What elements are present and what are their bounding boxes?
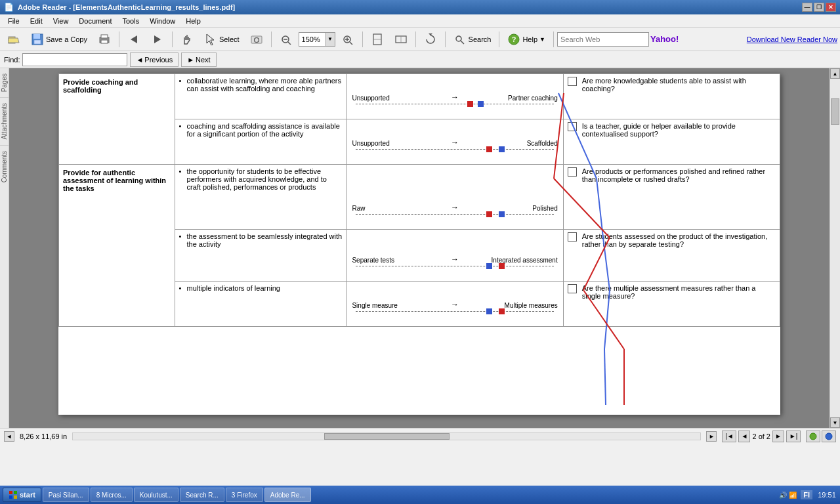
taskbar-item-4[interactable]: Search R... xyxy=(180,488,224,502)
first-page-btn[interactable]: |◄ xyxy=(722,430,736,442)
back-button[interactable] xyxy=(123,30,145,49)
help-button[interactable]: ? Help ▼ xyxy=(503,30,550,49)
menu-help[interactable]: Help xyxy=(180,16,206,26)
fit-width-button[interactable] xyxy=(390,30,412,49)
snapshot-button[interactable] xyxy=(245,30,268,49)
last-page-btn[interactable]: ►| xyxy=(786,430,801,442)
zoom-dropdown-arrow[interactable]: ▼ xyxy=(326,33,335,46)
red-marker-1 xyxy=(467,101,473,107)
menu-file[interactable]: File xyxy=(3,16,25,26)
h-scroll-thumb[interactable] xyxy=(324,433,450,440)
taskbar-item-1[interactable]: Pasi Silan... xyxy=(43,488,89,502)
comments-tab[interactable]: Comments xyxy=(0,146,9,188)
menu-window[interactable]: Window xyxy=(144,16,180,26)
download-link[interactable]: Download New Reader Now xyxy=(747,35,837,43)
next-button[interactable]: ► Next xyxy=(181,52,217,67)
bullet-list-4: • the assessment to be seamlessly integr… xyxy=(179,232,343,248)
pdf-page: Provide coaching and scaffolding • colla… xyxy=(58,74,780,415)
checkbox-1[interactable] xyxy=(568,77,577,86)
scroll-down-btn[interactable]: ▼ xyxy=(830,417,840,428)
taskbar-item-2[interactable]: 8 Micros... xyxy=(91,488,133,502)
checkbox-2[interactable] xyxy=(568,122,577,131)
checkbox-4[interactable] xyxy=(568,232,577,242)
search-button[interactable]: Search xyxy=(449,30,496,49)
print-button[interactable] xyxy=(93,30,116,49)
menu-edit[interactable]: Edit xyxy=(25,16,48,26)
svg-line-16 xyxy=(350,42,352,45)
select-tool-button[interactable]: Select xyxy=(200,30,244,49)
checkbox-3[interactable] xyxy=(568,167,577,177)
zoom-out-button[interactable] xyxy=(275,30,297,49)
next-page-btn[interactable]: ► xyxy=(772,430,784,442)
separator-2 xyxy=(172,32,173,47)
app-restore-btn[interactable]: ❐ xyxy=(814,3,824,12)
separator-4 xyxy=(362,32,363,47)
list-item: • collaborative learning, where more abl… xyxy=(179,77,343,93)
title-bar: 📄 Adobe Reader - [ElementsAuthenticLearn… xyxy=(0,0,840,14)
taskbar: start Pasi Silan... 8 Micros... Koulutus… xyxy=(0,486,840,504)
list-item: • coaching and scaffolding assistance is… xyxy=(179,122,343,138)
search-label: Search xyxy=(469,35,492,43)
svg-line-13 xyxy=(288,42,291,45)
taskbar-item-3[interactable]: Koulutust... xyxy=(134,488,178,502)
menu-view[interactable]: View xyxy=(48,16,74,26)
blue-marker-5 xyxy=(486,308,492,314)
search-icon xyxy=(453,33,467,46)
toolbar: Save a Copy S xyxy=(0,28,840,51)
taskbar-item-5[interactable]: 3 Firefox xyxy=(226,488,263,502)
view-btn-2[interactable] xyxy=(822,430,836,442)
scroll-right-btn[interactable]: ► xyxy=(706,431,717,442)
menu-tools[interactable]: Tools xyxy=(117,16,145,26)
svg-rect-44 xyxy=(14,495,17,499)
svg-point-39 xyxy=(826,433,832,440)
zoom-in-button[interactable] xyxy=(337,30,359,49)
attachments-tab[interactable]: Attachments xyxy=(0,98,9,145)
pdf-area[interactable]: Provide coaching and scaffolding • colla… xyxy=(9,68,830,428)
previous-button[interactable]: ◄ Previous xyxy=(130,52,178,67)
list-item: • multiple indicators of learning xyxy=(179,284,343,292)
taskbar-item-6[interactable]: Adobe Re... xyxy=(264,488,311,502)
open-button[interactable] xyxy=(3,30,25,49)
question-3: Are products or performances polished an… xyxy=(568,167,776,183)
table-row: Provide coaching and scaffolding • colla… xyxy=(59,74,780,119)
scroll-track[interactable] xyxy=(830,79,840,417)
tray-icons: 🔊 📶 xyxy=(779,492,797,499)
app-title: Adobe Reader - [ElementsAuthenticLearnin… xyxy=(18,3,235,11)
view-btn-1[interactable] xyxy=(806,430,820,442)
scroll-left-btn[interactable]: ◄ xyxy=(4,431,14,442)
fit-page-button[interactable] xyxy=(366,30,388,49)
scroll-up-btn[interactable]: ▲ xyxy=(830,68,840,79)
red-marker-3 xyxy=(486,211,492,217)
pages-tab[interactable]: Pages xyxy=(0,68,9,97)
svg-rect-43 xyxy=(9,495,12,499)
zoom-combo[interactable]: 150% ▼ xyxy=(299,32,335,47)
help-dropdown[interactable]: ▼ xyxy=(539,36,545,43)
zoom-value: 150% xyxy=(299,35,326,43)
svg-rect-42 xyxy=(14,491,17,494)
start-label: start xyxy=(20,491,35,499)
app-close-btn[interactable]: ✕ xyxy=(826,3,836,12)
svg-marker-7 xyxy=(131,35,137,43)
forward-button[interactable] xyxy=(146,30,169,49)
yahoo-button[interactable]: Yahoo! xyxy=(650,34,679,44)
app-minimize-btn[interactable]: — xyxy=(802,3,812,12)
question-1: Are more knowledgable students able to a… xyxy=(568,77,776,93)
web-search-input[interactable] xyxy=(557,32,649,47)
find-input[interactable] xyxy=(22,53,127,66)
save-copy-button[interactable]: Save a Copy xyxy=(26,30,92,49)
help-label: Help xyxy=(522,35,537,43)
rotate-button[interactable] xyxy=(419,30,442,49)
hand-tool-button[interactable] xyxy=(176,30,198,49)
scroll-thumb[interactable] xyxy=(831,98,839,125)
select-icon xyxy=(204,33,217,46)
scale-2: Unsupported → Scaffolded xyxy=(350,122,558,161)
h-scroll-track[interactable] xyxy=(72,432,701,440)
start-button[interactable]: start xyxy=(3,488,41,502)
clock: 19:51 xyxy=(816,491,837,499)
question-4: Are students assessed on the product of … xyxy=(568,232,776,248)
menu-document[interactable]: Document xyxy=(74,16,117,26)
checkbox-5[interactable] xyxy=(568,284,577,293)
prev-page-btn[interactable]: ◄ xyxy=(738,430,750,442)
svg-marker-8 xyxy=(154,35,161,43)
scrollbar-right[interactable]: ▲ ▼ xyxy=(830,68,840,428)
